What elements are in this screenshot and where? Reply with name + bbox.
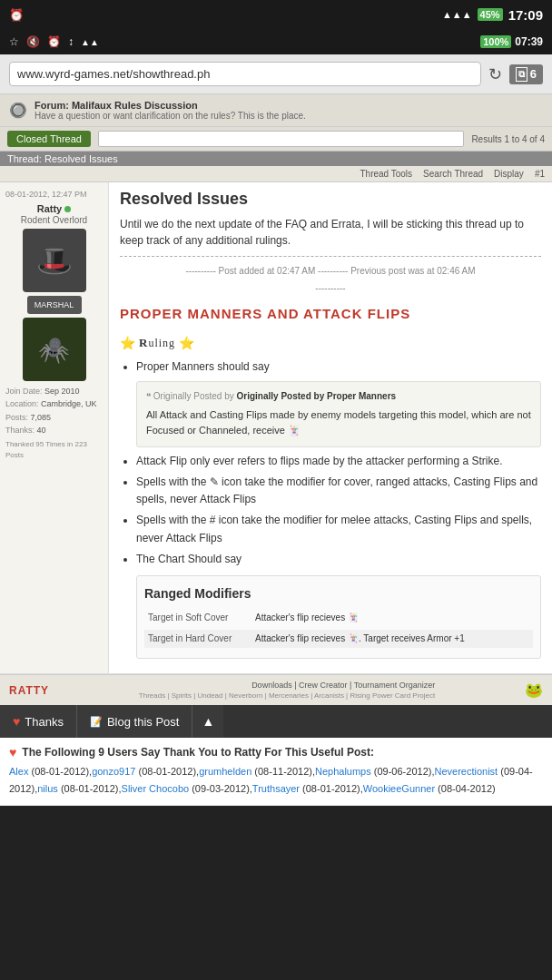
thanks-user-link[interactable]: Nephalumps (315, 766, 371, 777)
signal-icon-bottom: ▲▲ (81, 37, 99, 47)
thread-tools-bar: Thread Tools Search Thread Display #1 (0, 166, 552, 182)
thanks-user-link[interactable]: Neverectionist (434, 766, 498, 777)
post-number: #1 (535, 169, 545, 179)
browser-content: 🔘 Forum: Malifaux Rules Discussion Have … (0, 94, 552, 806)
forum-info: Forum: Malifaux Rules Discussion Have a … (34, 100, 306, 121)
status-bar-bottom-left: ☆ 🔇 ⏰ ↕ ▲▲ (9, 35, 99, 48)
thanks-user-date: (08-01-2012) (139, 766, 197, 777)
clock-icon: ⏰ (47, 35, 61, 48)
footer-sub-links[interactable]: Threads | Spirits | Undead | Neverborn |… (139, 691, 435, 700)
thanks-user-date: (08-01-2012) (31, 766, 89, 777)
post-intro: Until we do the next update of the FAQ a… (120, 216, 541, 249)
forum-subtitle: Have a question or want clarification on… (34, 111, 306, 121)
sync-icon: ↕ (68, 35, 74, 48)
thanks-user-date: (09-06-2012) (374, 766, 432, 777)
signal-icon: ▲▲▲ (442, 9, 472, 20)
time-top: 17:09 (508, 7, 543, 23)
chart-row-1: Target in Hard Cover Attacker's flip rec… (144, 630, 533, 648)
quote-text: All Attack and Casting Flips made by ene… (146, 407, 531, 439)
chart-title: Ranged Modifiers (144, 583, 533, 603)
bullet-item-0: Proper Manners should say ❝ Originally P… (136, 358, 541, 447)
thanks-user-date: (09-03-2012) (192, 783, 250, 794)
thanks-user-date: (08-01-2012) (302, 783, 360, 794)
post-footer-username: Ratty (9, 684, 49, 697)
post-added2: ---------- (120, 281, 541, 295)
blog-label: Blog this Post (107, 715, 180, 729)
thread-tools-link[interactable]: Thread Tools (360, 169, 412, 179)
mute-icon: 🔇 (26, 35, 40, 48)
thread-label: Thread: Resolved Issues (7, 153, 118, 164)
online-indicator (64, 206, 71, 212)
user-role: Rodent Overlord (5, 215, 103, 225)
user-info: Join Date: Sep 2010 Location: Cambridge,… (5, 385, 103, 462)
marshal-badge-container: MARSHAL (27, 296, 82, 314)
refresh-icon[interactable]: ↻ (488, 64, 502, 84)
thanks-user-date: (08-04-2012) (438, 783, 496, 794)
blog-button[interactable]: 📝 Blog this Post (77, 705, 193, 738)
results-text: Results 1 to 4 of 4 (471, 134, 545, 144)
quote-header: ❝ Originally Posted by Originally Posted… (146, 389, 531, 404)
thanks-users: Alex (08-01-2012),gonzo917 (08-01-2012),… (9, 763, 543, 797)
url-input[interactable]: www.wyrd-games.net/showthread.ph (9, 62, 481, 86)
tab-number: 6 (530, 67, 537, 81)
quote-icon: ❝ (146, 391, 151, 401)
footer-frog-icon: 🐸 (525, 681, 543, 699)
alarm-icon: ⏰ (9, 8, 24, 22)
thanks-user-link[interactable]: Alex (9, 766, 28, 777)
ruling-star-right: ⭐ (179, 334, 194, 353)
url-bar: www.wyrd-games.net/showthread.ph ↻ ⧉ 6 (0, 54, 552, 94)
post-footer-links: Downloads | Crew Creator | Tournament Or… (139, 681, 435, 700)
quote-author: Originally Posted by Proper Manners (237, 391, 397, 401)
closed-thread-button[interactable]: Closed Thread (7, 131, 91, 147)
thanks-title: ♥ The Following 9 Users Say Thank You to… (9, 745, 543, 760)
thanks-section-title: The Following 9 Users Say Thank You to R… (22, 746, 374, 759)
thanks-button[interactable]: ♥ Thanks (0, 705, 77, 738)
tab-count[interactable]: ⧉ 6 (509, 64, 543, 84)
thanks-user-link[interactable]: nilus (37, 783, 58, 794)
avatar-spider: 🕷️ (23, 318, 86, 381)
status-bar-top-right: ▲▲▲ 45% 17:09 (442, 7, 543, 23)
post-content: Resolved Issues Until we do the next upd… (109, 182, 552, 673)
footer-main-links[interactable]: Downloads | Crew Creator | Tournament Or… (139, 681, 435, 690)
status-bar-top-left: ⏰ (9, 8, 24, 22)
post-divider (120, 256, 541, 257)
chart-label-0: Target in Soft Cover (148, 611, 248, 625)
ruling-label: Ruling (139, 334, 175, 352)
bullet-item-4: The Chart Should say Ranged Modifiers Ta… (136, 551, 541, 660)
thanks-user-date: (08-01-2012) (61, 783, 119, 794)
post-title: Resolved Issues (120, 190, 541, 209)
search-input[interactable] (98, 131, 464, 147)
forum-icon: 🔘 (9, 102, 27, 119)
search-thread-link[interactable]: Search Thread (423, 169, 483, 179)
action-bar: ♥ Thanks 📝 Blog this Post ▲ (0, 705, 552, 738)
post-body: Until we do the next update of the FAQ a… (120, 216, 541, 659)
chart-value-0: Attacker's flip recieves 🃏 (255, 611, 359, 625)
chart-label-1: Target in Hard Cover (148, 632, 248, 646)
thanks-section: ♥ The Following 9 Users Say Thank You to… (0, 738, 552, 805)
bullet-list: Proper Manners should say ❝ Originally P… (136, 358, 541, 660)
marshal-badge: MARSHAL (29, 299, 80, 310)
display-link[interactable]: Display (494, 169, 524, 179)
thanks-user-link[interactable]: Truthsayer (252, 783, 300, 794)
status-bar-bottom: ☆ 🔇 ⏰ ↕ ▲▲ 100% 07:39 (0, 29, 552, 54)
thanks-heart-icon: ♥ (9, 745, 16, 760)
location: Cambridge, UK (41, 399, 97, 408)
post-sidebar: 08-01-2012, 12:47 PM Ratty Rodent Overlo… (0, 182, 109, 673)
thanks-user-link[interactable]: grumhelden (199, 766, 251, 777)
bluetooth-icon: ☆ (9, 35, 19, 48)
section-title: PROPER MANNERS AND ATTACK FLIPS (120, 304, 541, 325)
bullet-item-1: Attack Flip only ever refers to flips ma… (136, 453, 541, 470)
thanks-user-date: (08-11-2012) (254, 766, 312, 777)
ruling-star-left: ⭐ (120, 334, 135, 353)
post-footer: Ratty Downloads | Crew Creator | Tournam… (0, 674, 552, 705)
battery-pct-bottom: 100% (480, 35, 511, 48)
more-button[interactable]: ▲ (192, 705, 223, 738)
post-date: 08-01-2012, 12:47 PM (5, 190, 103, 199)
battery-pct: 45% (478, 8, 503, 21)
thanks-user-link[interactable]: Sliver Chocobo (122, 783, 190, 794)
thanks-user-link[interactable]: WookieeGunner (363, 783, 435, 794)
thanks-user-link[interactable]: gonzo917 (92, 766, 135, 777)
chart-row-0: Target in Soft Cover Attacker's flip rec… (144, 609, 533, 627)
more-icon: ▲ (202, 714, 214, 729)
heart-icon: ♥ (13, 714, 20, 729)
